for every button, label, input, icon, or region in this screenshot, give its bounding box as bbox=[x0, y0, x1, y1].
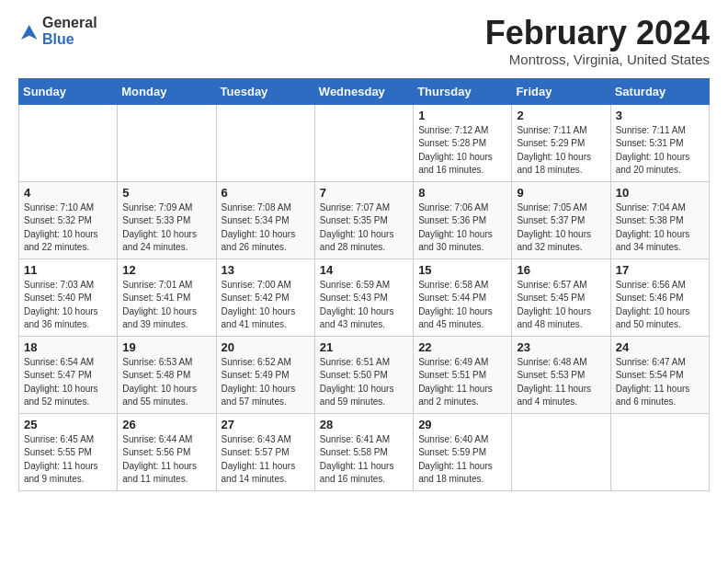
calendar-cell: 28Sunrise: 6:41 AMSunset: 5:58 PMDayligh… bbox=[314, 413, 413, 490]
col-header-friday: Friday bbox=[512, 78, 610, 104]
calendar-week-1: 1Sunrise: 7:12 AMSunset: 5:28 PMDaylight… bbox=[19, 104, 710, 181]
calendar-week-3: 11Sunrise: 7:03 AMSunset: 5:40 PMDayligh… bbox=[19, 259, 710, 336]
day-number: 24 bbox=[616, 340, 704, 354]
day-number: 25 bbox=[24, 418, 112, 431]
calendar-cell: 22Sunrise: 6:49 AMSunset: 5:51 PMDayligh… bbox=[414, 336, 512, 413]
calendar-cell bbox=[314, 104, 413, 181]
calendar-cell: 7Sunrise: 7:07 AMSunset: 5:35 PMDaylight… bbox=[314, 181, 413, 259]
calendar-cell: 25Sunrise: 6:45 AMSunset: 5:55 PMDayligh… bbox=[19, 413, 118, 490]
day-info: Sunrise: 7:10 AMSunset: 5:32 PMDaylight:… bbox=[24, 201, 112, 255]
calendar-cell: 18Sunrise: 6:54 AMSunset: 5:47 PMDayligh… bbox=[19, 336, 118, 413]
day-number: 21 bbox=[320, 340, 408, 354]
calendar-cell: 27Sunrise: 6:43 AMSunset: 5:57 PMDayligh… bbox=[216, 413, 314, 490]
day-info: Sunrise: 6:41 AMSunset: 5:58 PMDaylight:… bbox=[320, 433, 408, 487]
day-number: 10 bbox=[616, 186, 704, 200]
day-info: Sunrise: 6:51 AMSunset: 5:50 PMDaylight:… bbox=[320, 356, 408, 409]
day-number: 22 bbox=[418, 340, 506, 354]
day-info: Sunrise: 6:45 AMSunset: 5:55 PMDaylight:… bbox=[24, 433, 112, 487]
day-info: Sunrise: 7:01 AMSunset: 5:41 PMDaylight:… bbox=[122, 279, 210, 332]
calendar-cell: 6Sunrise: 7:08 AMSunset: 5:34 PMDaylight… bbox=[216, 181, 314, 259]
col-header-tuesday: Tuesday bbox=[216, 78, 314, 104]
day-number: 19 bbox=[122, 340, 210, 354]
day-info: Sunrise: 7:04 AMSunset: 5:38 PMDaylight:… bbox=[616, 201, 704, 255]
calendar-cell: 21Sunrise: 6:51 AMSunset: 5:50 PMDayligh… bbox=[314, 336, 413, 413]
calendar-cell: 17Sunrise: 6:56 AMSunset: 5:46 PMDayligh… bbox=[610, 259, 709, 336]
calendar-cell: 13Sunrise: 7:00 AMSunset: 5:42 PMDayligh… bbox=[216, 259, 314, 336]
day-number: 12 bbox=[122, 263, 210, 277]
calendar-cell: 11Sunrise: 7:03 AMSunset: 5:40 PMDayligh… bbox=[19, 259, 118, 336]
calendar-cell: 5Sunrise: 7:09 AMSunset: 5:33 PMDaylight… bbox=[118, 181, 216, 259]
calendar-cell: 12Sunrise: 7:01 AMSunset: 5:41 PMDayligh… bbox=[118, 259, 216, 336]
day-number: 3 bbox=[616, 109, 704, 122]
calendar-cell bbox=[512, 413, 610, 490]
day-number: 4 bbox=[24, 186, 112, 200]
calendar-cell: 23Sunrise: 6:48 AMSunset: 5:53 PMDayligh… bbox=[512, 336, 610, 413]
day-info: Sunrise: 6:58 AMSunset: 5:44 PMDaylight:… bbox=[418, 279, 506, 332]
day-number: 13 bbox=[222, 263, 310, 277]
calendar-cell: 14Sunrise: 6:59 AMSunset: 5:43 PMDayligh… bbox=[314, 259, 413, 336]
svg-marker-0 bbox=[21, 25, 38, 40]
day-info: Sunrise: 6:44 AMSunset: 5:56 PMDaylight:… bbox=[122, 433, 210, 487]
calendar-cell: 1Sunrise: 7:12 AMSunset: 5:28 PMDaylight… bbox=[414, 104, 512, 181]
day-info: Sunrise: 6:54 AMSunset: 5:47 PMDaylight:… bbox=[24, 356, 112, 409]
day-info: Sunrise: 6:48 AMSunset: 5:53 PMDaylight:… bbox=[517, 356, 605, 409]
day-number: 28 bbox=[320, 418, 408, 431]
day-info: Sunrise: 6:59 AMSunset: 5:43 PMDaylight:… bbox=[320, 279, 408, 332]
day-number: 20 bbox=[222, 340, 310, 354]
day-info: Sunrise: 7:11 AMSunset: 5:29 PMDaylight:… bbox=[517, 124, 605, 178]
day-number: 6 bbox=[222, 186, 310, 200]
day-info: Sunrise: 7:11 AMSunset: 5:31 PMDaylight:… bbox=[616, 124, 704, 178]
day-info: Sunrise: 6:47 AMSunset: 5:54 PMDaylight:… bbox=[616, 356, 704, 409]
calendar-cell: 9Sunrise: 7:05 AMSunset: 5:37 PMDaylight… bbox=[512, 181, 610, 259]
calendar-cell bbox=[216, 104, 314, 181]
calendar-cell: 3Sunrise: 7:11 AMSunset: 5:31 PMDaylight… bbox=[610, 104, 709, 181]
day-info: Sunrise: 6:43 AMSunset: 5:57 PMDaylight:… bbox=[222, 433, 310, 487]
day-number: 27 bbox=[222, 418, 310, 431]
calendar-cell: 8Sunrise: 7:06 AMSunset: 5:36 PMDaylight… bbox=[414, 181, 512, 259]
calendar-header-row: SundayMondayTuesdayWednesdayThursdayFrid… bbox=[19, 78, 710, 104]
calendar-week-2: 4Sunrise: 7:10 AMSunset: 5:32 PMDaylight… bbox=[19, 181, 710, 259]
day-number: 7 bbox=[320, 186, 408, 200]
logo-icon bbox=[18, 22, 39, 42]
col-header-sunday: Sunday bbox=[19, 78, 118, 104]
calendar-cell: 19Sunrise: 6:53 AMSunset: 5:48 PMDayligh… bbox=[118, 336, 216, 413]
calendar-cell: 29Sunrise: 6:40 AMSunset: 5:59 PMDayligh… bbox=[414, 413, 512, 490]
day-number: 26 bbox=[122, 418, 210, 431]
calendar-cell bbox=[118, 104, 216, 181]
calendar-cell: 10Sunrise: 7:04 AMSunset: 5:38 PMDayligh… bbox=[610, 181, 709, 259]
calendar-cell: 4Sunrise: 7:10 AMSunset: 5:32 PMDaylight… bbox=[19, 181, 118, 259]
calendar-week-5: 25Sunrise: 6:45 AMSunset: 5:55 PMDayligh… bbox=[19, 413, 710, 490]
day-number: 11 bbox=[24, 263, 112, 277]
calendar-cell: 16Sunrise: 6:57 AMSunset: 5:45 PMDayligh… bbox=[512, 259, 610, 336]
calendar-cell: 20Sunrise: 6:52 AMSunset: 5:49 PMDayligh… bbox=[216, 336, 314, 413]
calendar-cell: 24Sunrise: 6:47 AMSunset: 5:54 PMDayligh… bbox=[610, 336, 709, 413]
day-info: Sunrise: 7:05 AMSunset: 5:37 PMDaylight:… bbox=[517, 201, 605, 255]
col-header-thursday: Thursday bbox=[414, 78, 512, 104]
calendar-table: SundayMondayTuesdayWednesdayThursdayFrid… bbox=[18, 78, 710, 491]
day-info: Sunrise: 6:53 AMSunset: 5:48 PMDaylight:… bbox=[122, 356, 210, 409]
day-number: 8 bbox=[418, 186, 506, 200]
day-info: Sunrise: 7:00 AMSunset: 5:42 PMDaylight:… bbox=[222, 279, 310, 332]
calendar-cell: 15Sunrise: 6:58 AMSunset: 5:44 PMDayligh… bbox=[414, 259, 512, 336]
page-header: General Blue February 2024 Montross, Vir… bbox=[18, 15, 710, 67]
col-header-saturday: Saturday bbox=[610, 78, 709, 104]
col-header-wednesday: Wednesday bbox=[314, 78, 413, 104]
day-number: 2 bbox=[517, 109, 605, 122]
day-number: 18 bbox=[24, 340, 112, 354]
logo: General Blue bbox=[18, 15, 97, 47]
location-subtitle: Montross, Virginia, United States bbox=[485, 52, 710, 67]
day-number: 14 bbox=[320, 263, 408, 277]
day-number: 16 bbox=[517, 263, 605, 277]
calendar-cell bbox=[610, 413, 709, 490]
calendar-week-4: 18Sunrise: 6:54 AMSunset: 5:47 PMDayligh… bbox=[19, 336, 710, 413]
day-number: 29 bbox=[418, 418, 506, 431]
day-info: Sunrise: 6:57 AMSunset: 5:45 PMDaylight:… bbox=[517, 279, 605, 332]
calendar-cell: 2Sunrise: 7:11 AMSunset: 5:29 PMDaylight… bbox=[512, 104, 610, 181]
day-info: Sunrise: 7:07 AMSunset: 5:35 PMDaylight:… bbox=[320, 201, 408, 255]
day-number: 5 bbox=[122, 186, 210, 200]
day-number: 9 bbox=[517, 186, 605, 200]
logo-general: General bbox=[42, 15, 97, 31]
day-info: Sunrise: 6:40 AMSunset: 5:59 PMDaylight:… bbox=[418, 433, 506, 487]
day-info: Sunrise: 7:03 AMSunset: 5:40 PMDaylight:… bbox=[24, 279, 112, 332]
title-block: February 2024 Montross, Virginia, United… bbox=[485, 15, 710, 67]
